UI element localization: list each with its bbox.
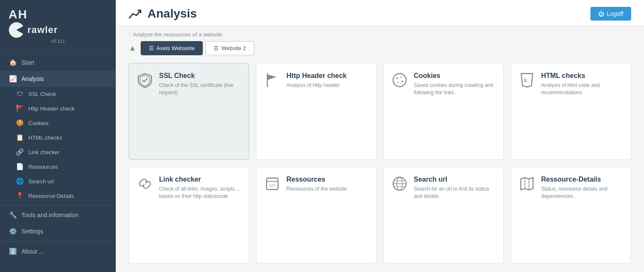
nav-divider-1 bbox=[0, 205, 116, 205]
sidebar-item-ressource-details-label: Ressource-Details bbox=[28, 193, 74, 199]
info-icon-nav: ℹ️ bbox=[9, 248, 17, 255]
sidebar-item-about[interactable]: ℹ️ About ... bbox=[0, 243, 116, 260]
card-ressource-details-title: Ressource-Details bbox=[541, 176, 623, 183]
card-search-url-content: Search url Search for an url to find its… bbox=[414, 176, 496, 200]
shield-card-icon bbox=[137, 72, 153, 88]
sidebar-item-analysis[interactable]: 📈 Analysis bbox=[0, 71, 116, 87]
card-ressources-content: Ressources Ressources of the website bbox=[286, 176, 347, 193]
sidebar-item-cookies[interactable]: 🍪 Cookies bbox=[0, 116, 116, 130]
tab-website2-label: Website 2 bbox=[221, 45, 246, 51]
tools-icon-nav: 🔧 bbox=[9, 211, 17, 219]
sidebar-item-http-header[interactable]: 🚩 Http Header check bbox=[0, 101, 116, 116]
logo-crawler-text: rawler bbox=[27, 24, 58, 36]
sidebar-item-html-label: HTML checks bbox=[28, 135, 62, 141]
subtitle: :: Analyze the ressources of a website bbox=[116, 26, 644, 41]
sidebar-item-about-label: About ... bbox=[21, 248, 44, 255]
card-search-url-title: Search url bbox=[414, 176, 496, 183]
sidebar-item-tools[interactable]: 🔧 Tools and information bbox=[0, 207, 116, 223]
sidebar-item-search-url[interactable]: 🌐 Search url bbox=[0, 174, 116, 188]
link-card-icon bbox=[137, 176, 153, 192]
svg-marker-7 bbox=[521, 74, 533, 87]
svg-text:5: 5 bbox=[524, 78, 527, 83]
sidebar-item-ressources[interactable]: 📄 Ressources bbox=[0, 159, 116, 174]
card-link-content: Link checker Check of all links, images,… bbox=[159, 176, 241, 200]
flag-card-icon bbox=[264, 72, 280, 88]
card-ssl-content: SSL Check Check of the SSL certificate (… bbox=[159, 72, 241, 96]
page-title: Analysis bbox=[129, 7, 197, 21]
card-ssl-desc: Check of the SSL certificate (live reque… bbox=[159, 82, 241, 96]
card-ressources-title: Ressources bbox=[286, 176, 347, 183]
sidebar-item-ressources-label: Ressources bbox=[28, 164, 58, 170]
svg-point-1 bbox=[393, 74, 406, 87]
pacman-icon bbox=[9, 22, 24, 38]
logoff-label: Logoff bbox=[607, 10, 623, 17]
sidebar-item-ssl-label: SSL Check bbox=[28, 91, 56, 97]
card-html-checks[interactable]: 5 HTML checks Analysis of html code and … bbox=[511, 63, 631, 160]
sidebar-item-ssl-check[interactable]: 🛡 SSL Check bbox=[0, 87, 116, 101]
card-link-checker[interactable]: Link checker Check of all links, images,… bbox=[129, 167, 249, 263]
link-icon-nav: 🔗 bbox=[15, 148, 24, 156]
card-ressource-details-desc: Status, ressource details and dependenci… bbox=[541, 185, 623, 200]
card-cookies-desc: Saved cookies during crawling and follow… bbox=[414, 82, 496, 96]
card-ssl-check[interactable]: SSL Check Check of the SSL certificate (… bbox=[129, 63, 249, 160]
card-http-header[interactable]: Http Header check Analysis of Http heade… bbox=[256, 63, 376, 160]
svg-text:</>: </> bbox=[269, 183, 275, 188]
svg-point-6 bbox=[400, 83, 401, 84]
html5-card-icon: 5 bbox=[519, 72, 535, 88]
map-card-icon bbox=[519, 176, 535, 192]
sidebar-item-html-checks[interactable]: 📋 HTML checks bbox=[0, 130, 116, 145]
cards-grid: SSL Check Check of the SSL certificate (… bbox=[116, 59, 644, 272]
card-ressource-details[interactable]: Ressource-Details Status, ressource deta… bbox=[511, 167, 631, 263]
card-search-url-desc: Search for an url to find its status and… bbox=[414, 185, 496, 200]
map-icon-nav: 📍 bbox=[15, 192, 24, 200]
power-icon: ⏻ bbox=[598, 10, 604, 17]
sidebar-item-search-url-label: Search url bbox=[28, 178, 54, 185]
sidebar-item-start[interactable]: 🏠 Start bbox=[0, 54, 116, 71]
svg-point-2 bbox=[396, 77, 398, 79]
main-content: Analysis ⏻ Logoff :: Analyze the ressour… bbox=[116, 0, 644, 272]
svg-point-4 bbox=[402, 81, 403, 82]
analysis-icon: 📈 bbox=[9, 75, 17, 83]
sidebar-item-cookies-label: Cookies bbox=[28, 120, 48, 126]
card-http-title: Http Header check bbox=[286, 72, 347, 80]
shield-icon-nav: 🛡 bbox=[15, 90, 24, 98]
cookie-icon-nav: 🍪 bbox=[15, 119, 24, 127]
tabs-row: ▲ ☰ Axels Webseite ☰ Website 2 bbox=[116, 41, 644, 55]
svg-point-3 bbox=[400, 77, 402, 78]
card-http-content: Http Header check Analysis of Http heade… bbox=[286, 72, 347, 89]
card-html-title: HTML checks bbox=[541, 72, 623, 80]
tab-axels-webseite[interactable]: ☰ Axels Webseite bbox=[141, 41, 203, 55]
sidebar-item-link-checker[interactable]: 🔗 Link checker bbox=[0, 145, 116, 159]
html-icon-nav: 📋 bbox=[15, 134, 24, 141]
sidebar-item-tools-label: Tools and information bbox=[21, 212, 78, 218]
card-search-url[interactable]: Search url Search for an url to find its… bbox=[383, 167, 504, 263]
sidebar-item-start-label: Start bbox=[21, 59, 34, 66]
sidebar-item-settings-label: Settings bbox=[21, 228, 43, 235]
sidebar-item-analysis-label: Analysis bbox=[21, 75, 44, 82]
globe-icon-nav: 🌐 bbox=[15, 177, 24, 185]
card-cookies-content: Cookies Saved cookies during crawling an… bbox=[414, 72, 496, 96]
svg-marker-17 bbox=[521, 178, 533, 190]
card-ssl-title: SSL Check bbox=[159, 72, 241, 80]
sidebar-item-ressource-details[interactable]: 📍 Ressource-Details bbox=[0, 188, 116, 203]
sidebar: AH rawler v0.111 🏠 Start 📈 Analysis 🛡 SS… bbox=[0, 0, 116, 272]
tab-axels-label: Axels Webseite bbox=[156, 45, 195, 51]
table-icon-tab1: ☰ bbox=[149, 45, 154, 51]
card-cookies[interactable]: Cookies Saved cookies during crawling an… bbox=[383, 63, 504, 160]
sidebar-logo: AH rawler v0.111 bbox=[0, 0, 116, 50]
sidebar-item-link-label: Link checker bbox=[28, 149, 60, 155]
code-card-icon: </> bbox=[264, 176, 280, 192]
analysis-chart-icon bbox=[129, 7, 142, 21]
sidebar-item-settings[interactable]: ⚙️ Settings bbox=[0, 223, 116, 239]
card-ressource-details-content: Ressource-Details Status, ressource deta… bbox=[541, 176, 623, 200]
cookie-card-icon bbox=[391, 72, 408, 88]
svg-point-5 bbox=[397, 82, 399, 83]
tabs-up-arrow[interactable]: ▲ bbox=[129, 44, 136, 53]
card-ressources[interactable]: </> Ressources Ressources of the website bbox=[256, 167, 376, 263]
tab-website-2[interactable]: ☰ Website 2 bbox=[205, 41, 254, 55]
logoff-button[interactable]: ⏻ Logoff bbox=[590, 7, 631, 21]
header: Analysis ⏻ Logoff bbox=[116, 0, 644, 26]
card-link-desc: Check of all links, images, scripts ... … bbox=[159, 185, 241, 200]
sidebar-item-http-label: Http Header check bbox=[28, 105, 75, 112]
card-ressources-desc: Ressources of the website bbox=[286, 185, 347, 193]
